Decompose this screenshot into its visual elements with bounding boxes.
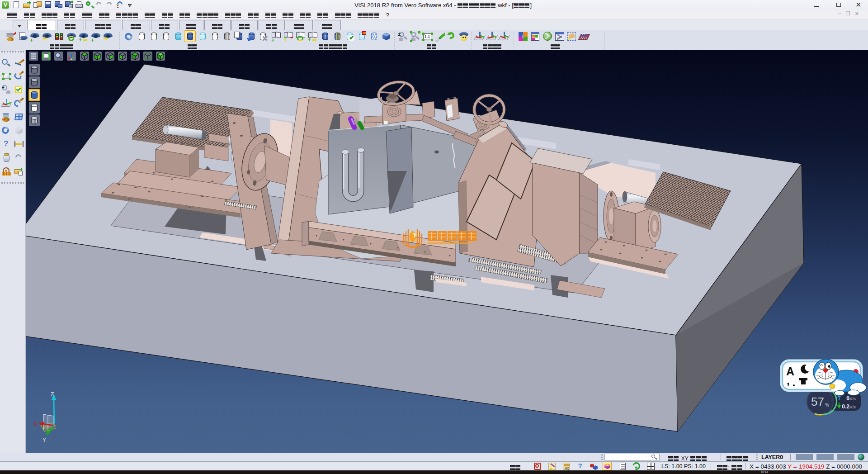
svg-text:57: 57 — [811, 395, 824, 408]
svg-text:,: , — [787, 374, 790, 387]
svg-text:X: X — [33, 421, 37, 427]
svg-text:Y: Y — [42, 437, 46, 443]
svg-text:0.2K/s: 0.2K/s — [842, 403, 856, 410]
svg-text:0K/s: 0K/s — [846, 395, 856, 402]
svg-text:%: % — [825, 403, 829, 408]
svg-text:Z: Z — [51, 391, 54, 398]
